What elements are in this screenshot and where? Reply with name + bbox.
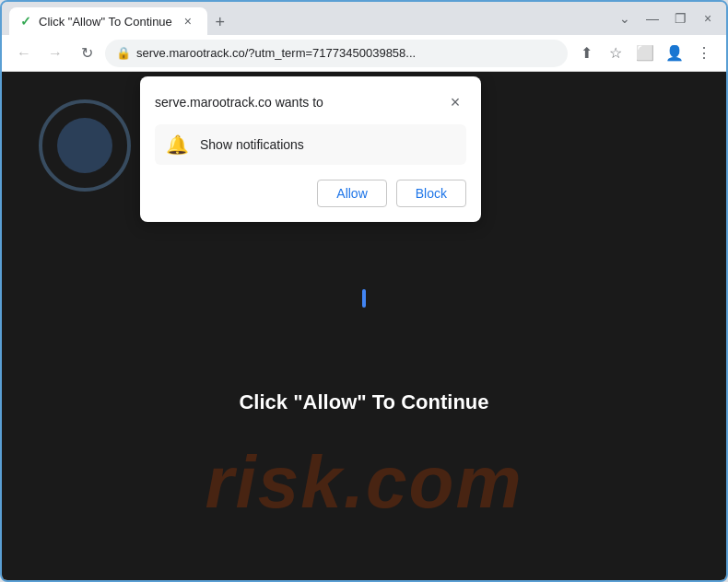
popup-notification-row: 🔔 Show notifications [155, 124, 466, 165]
loading-indicator [362, 289, 366, 308]
url-text: serve.marootrack.co/?utm_term=7177345003… [136, 46, 557, 60]
profile-icon[interactable]: 👤 [662, 41, 687, 66]
watermark-text: risk.com [2, 440, 726, 525]
popup-header: serve.marootrack.co wants to × [155, 91, 466, 113]
popup-buttons: Allow Block [155, 180, 466, 207]
reload-button[interactable]: ↻ [74, 41, 100, 66]
address-bar: ← → ↻ 🔒 serve.marootrack.co/?utm_term=71… [2, 35, 726, 72]
tab-strip: ✓ Click "Allow" To Continue × + [9, 2, 606, 35]
forward-button[interactable]: → [42, 41, 68, 66]
block-button[interactable]: Block [396, 180, 466, 207]
notification-popup: serve.marootrack.co wants to × 🔔 Show no… [140, 76, 481, 222]
back-button[interactable]: ← [11, 41, 37, 66]
popup-row-text: Show notifications [200, 137, 304, 152]
tab-title: Click "Allow" To Continue [39, 15, 172, 29]
title-bar: ✓ Click "Allow" To Continue × + ⌄ — ❐ × [2, 2, 726, 35]
bookmark-icon[interactable]: ☆ [603, 41, 628, 66]
allow-button[interactable]: Allow [317, 180, 386, 207]
popup-close-button[interactable]: × [444, 91, 466, 113]
menu-icon[interactable]: ⋮ [691, 41, 717, 66]
restore-button[interactable]: ❐ [669, 7, 691, 29]
popup-title: serve.marootrack.co wants to [155, 95, 323, 110]
lock-icon: 🔒 [116, 46, 131, 60]
close-button[interactable]: × [697, 7, 719, 29]
page-main-text: Click "Allow" To Continue [2, 390, 726, 414]
bell-icon: 🔔 [166, 134, 189, 156]
tab-search-icon[interactable]: ⬜ [632, 41, 658, 66]
circle-logo-inner [57, 118, 112, 173]
tab-close-button[interactable]: × [180, 13, 196, 29]
tab-favicon: ✓ [20, 14, 31, 29]
address-actions: ⬆ ☆ ⬜ 👤 ⋮ [573, 41, 717, 66]
browser-content: serve.marootrack.co wants to × 🔔 Show no… [2, 72, 726, 580]
url-bar[interactable]: 🔒 serve.marootrack.co/?utm_term=71773450… [105, 40, 568, 67]
new-tab-button[interactable]: + [207, 9, 233, 35]
window-controls: ⌄ — ❐ × [614, 7, 719, 29]
circle-logo [39, 99, 131, 192]
active-tab[interactable]: ✓ Click "Allow" To Continue × [9, 7, 207, 35]
minimize-button[interactable]: — [641, 7, 663, 29]
chevron-down-icon[interactable]: ⌄ [614, 7, 636, 29]
share-icon[interactable]: ⬆ [573, 41, 599, 66]
